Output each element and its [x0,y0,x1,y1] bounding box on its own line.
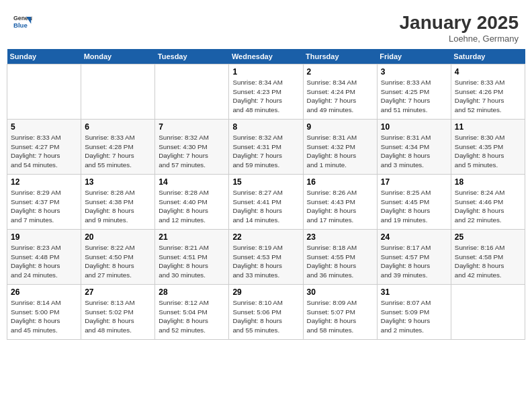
calendar-cell: 31Sunrise: 8:07 AM Sunset: 5:09 PM Dayli… [377,285,451,340]
cell-date: 1 [232,67,299,77]
cell-info: Sunrise: 8:07 AM Sunset: 5:09 PM Dayligh… [381,298,447,335]
cell-date: 30 [307,287,373,297]
calendar-cell: 18Sunrise: 8:24 AM Sunset: 4:46 PM Dayli… [451,175,525,230]
calendar-cell: 13Sunrise: 8:28 AM Sunset: 4:38 PM Dayli… [81,175,155,230]
calendar-cell: 21Sunrise: 8:21 AM Sunset: 4:51 PM Dayli… [155,230,229,285]
logo-icon: General Blue [13,12,32,31]
cell-info: Sunrise: 8:33 AM Sunset: 4:28 PM Dayligh… [85,133,151,170]
cell-date: 4 [455,67,521,77]
day-header-wednesday: Wednesday [229,49,303,64]
cell-date: 9 [307,122,373,132]
cell-date: 14 [159,177,225,187]
cell-date: 11 [455,122,521,132]
calendar-cell: 11Sunrise: 8:30 AM Sunset: 4:35 PM Dayli… [451,120,525,175]
calendar-cell [451,285,525,340]
calendar-cell: 15Sunrise: 8:27 AM Sunset: 4:41 PM Dayli… [229,175,303,230]
cell-date: 8 [232,122,299,132]
cell-info: Sunrise: 8:18 AM Sunset: 4:55 PM Dayligh… [307,243,373,280]
calendar-cell: 24Sunrise: 8:17 AM Sunset: 4:57 PM Dayli… [377,230,451,285]
calendar-cell: 20Sunrise: 8:22 AM Sunset: 4:50 PM Dayli… [81,230,155,285]
cell-date: 2 [307,67,373,77]
day-header-sunday: Sunday [7,49,81,64]
cell-info: Sunrise: 8:13 AM Sunset: 5:02 PM Dayligh… [85,298,151,335]
calendar-header-row: SundayMondayTuesdayWednesdayThursdayFrid… [7,49,525,64]
cell-info: Sunrise: 8:16 AM Sunset: 4:58 PM Dayligh… [455,243,521,280]
calendar-cell: 16Sunrise: 8:26 AM Sunset: 4:43 PM Dayli… [303,175,377,230]
day-header-friday: Friday [377,49,451,64]
calendar-cell: 26Sunrise: 8:14 AM Sunset: 5:00 PM Dayli… [7,285,81,340]
cell-info: Sunrise: 8:14 AM Sunset: 5:00 PM Dayligh… [11,298,77,335]
calendar-cell: 12Sunrise: 8:29 AM Sunset: 4:37 PM Dayli… [7,175,81,230]
calendar-cell: 29Sunrise: 8:10 AM Sunset: 5:06 PM Dayli… [229,285,303,340]
cell-info: Sunrise: 8:28 AM Sunset: 4:38 PM Dayligh… [85,188,151,225]
cell-info: Sunrise: 8:29 AM Sunset: 4:37 PM Dayligh… [11,188,77,225]
day-header-tuesday: Tuesday [155,49,229,64]
week-row-2: 5Sunrise: 8:33 AM Sunset: 4:27 PM Daylig… [7,120,525,175]
cell-date: 18 [455,177,521,187]
calendar-header: General Blue January 2025 Loehne, German… [7,7,525,46]
cell-info: Sunrise: 8:23 AM Sunset: 4:48 PM Dayligh… [11,243,77,280]
cell-info: Sunrise: 8:30 AM Sunset: 4:35 PM Dayligh… [455,133,521,170]
calendar-cell [81,64,155,120]
week-row-3: 12Sunrise: 8:29 AM Sunset: 4:37 PM Dayli… [7,175,525,230]
cell-info: Sunrise: 8:33 AM Sunset: 4:26 PM Dayligh… [455,78,521,115]
calendar-cell: 8Sunrise: 8:32 AM Sunset: 4:31 PM Daylig… [229,120,303,175]
cell-date: 29 [232,287,299,297]
calendar-cell: 6Sunrise: 8:33 AM Sunset: 4:28 PM Daylig… [81,120,155,175]
cell-date: 7 [159,122,225,132]
logo: General Blue [13,12,32,31]
day-header-monday: Monday [81,49,155,64]
cell-date: 22 [232,232,299,242]
cell-info: Sunrise: 8:10 AM Sunset: 5:06 PM Dayligh… [232,298,299,335]
cell-info: Sunrise: 8:31 AM Sunset: 4:34 PM Dayligh… [381,133,447,170]
calendar-cell: 25Sunrise: 8:16 AM Sunset: 4:58 PM Dayli… [451,230,525,285]
cell-date: 26 [11,287,77,297]
calendar-subtitle: Loehne, Germany [400,34,519,44]
cell-date: 13 [85,177,151,187]
calendar-cell: 10Sunrise: 8:31 AM Sunset: 4:34 PM Dayli… [377,120,451,175]
title-block: January 2025 Loehne, Germany [400,12,519,44]
week-row-5: 26Sunrise: 8:14 AM Sunset: 5:00 PM Dayli… [7,285,525,340]
cell-info: Sunrise: 8:17 AM Sunset: 4:57 PM Dayligh… [381,243,447,280]
cell-info: Sunrise: 8:09 AM Sunset: 5:07 PM Dayligh… [307,298,373,335]
cell-info: Sunrise: 8:33 AM Sunset: 4:25 PM Dayligh… [381,78,447,115]
cell-date: 16 [307,177,373,187]
calendar-cell: 9Sunrise: 8:31 AM Sunset: 4:32 PM Daylig… [303,120,377,175]
calendar-title: January 2025 [400,12,519,34]
cell-info: Sunrise: 8:19 AM Sunset: 4:53 PM Dayligh… [232,243,299,280]
calendar-cell: 30Sunrise: 8:09 AM Sunset: 5:07 PM Dayli… [303,285,377,340]
calendar-cell: 4Sunrise: 8:33 AM Sunset: 4:26 PM Daylig… [451,64,525,120]
cell-date: 5 [11,122,77,132]
cell-date: 20 [85,232,151,242]
cell-info: Sunrise: 8:21 AM Sunset: 4:51 PM Dayligh… [159,243,225,280]
calendar-cell: 27Sunrise: 8:13 AM Sunset: 5:02 PM Dayli… [81,285,155,340]
calendar-cell: 19Sunrise: 8:23 AM Sunset: 4:48 PM Dayli… [7,230,81,285]
cell-date: 19 [11,232,77,242]
calendar-cell: 3Sunrise: 8:33 AM Sunset: 4:25 PM Daylig… [377,64,451,120]
calendar-cell: 2Sunrise: 8:34 AM Sunset: 4:24 PM Daylig… [303,64,377,120]
week-row-1: 1Sunrise: 8:34 AM Sunset: 4:23 PM Daylig… [7,64,525,120]
calendar-table: SundayMondayTuesdayWednesdayThursdayFrid… [7,49,525,340]
cell-info: Sunrise: 8:22 AM Sunset: 4:50 PM Dayligh… [85,243,151,280]
cell-date: 28 [159,287,225,297]
calendar-cell: 14Sunrise: 8:28 AM Sunset: 4:40 PM Dayli… [155,175,229,230]
week-row-4: 19Sunrise: 8:23 AM Sunset: 4:48 PM Dayli… [7,230,525,285]
svg-text:Blue: Blue [13,21,28,29]
cell-info: Sunrise: 8:27 AM Sunset: 4:41 PM Dayligh… [232,188,299,225]
cell-date: 27 [85,287,151,297]
calendar-cell: 22Sunrise: 8:19 AM Sunset: 4:53 PM Dayli… [229,230,303,285]
cell-date: 17 [381,177,447,187]
cell-info: Sunrise: 8:25 AM Sunset: 4:45 PM Dayligh… [381,188,447,225]
cell-date: 24 [381,232,447,242]
calendar-cell [155,64,229,120]
calendar-cell: 7Sunrise: 8:32 AM Sunset: 4:30 PM Daylig… [155,120,229,175]
cell-info: Sunrise: 8:34 AM Sunset: 4:24 PM Dayligh… [307,78,373,115]
cell-date: 12 [11,177,77,187]
cell-info: Sunrise: 8:12 AM Sunset: 5:04 PM Dayligh… [159,298,225,335]
cell-info: Sunrise: 8:34 AM Sunset: 4:23 PM Dayligh… [232,78,299,115]
cell-date: 3 [381,67,447,77]
cell-info: Sunrise: 8:24 AM Sunset: 4:46 PM Dayligh… [455,188,521,225]
cell-info: Sunrise: 8:26 AM Sunset: 4:43 PM Dayligh… [307,188,373,225]
calendar-cell: 23Sunrise: 8:18 AM Sunset: 4:55 PM Dayli… [303,230,377,285]
cell-date: 6 [85,122,151,132]
